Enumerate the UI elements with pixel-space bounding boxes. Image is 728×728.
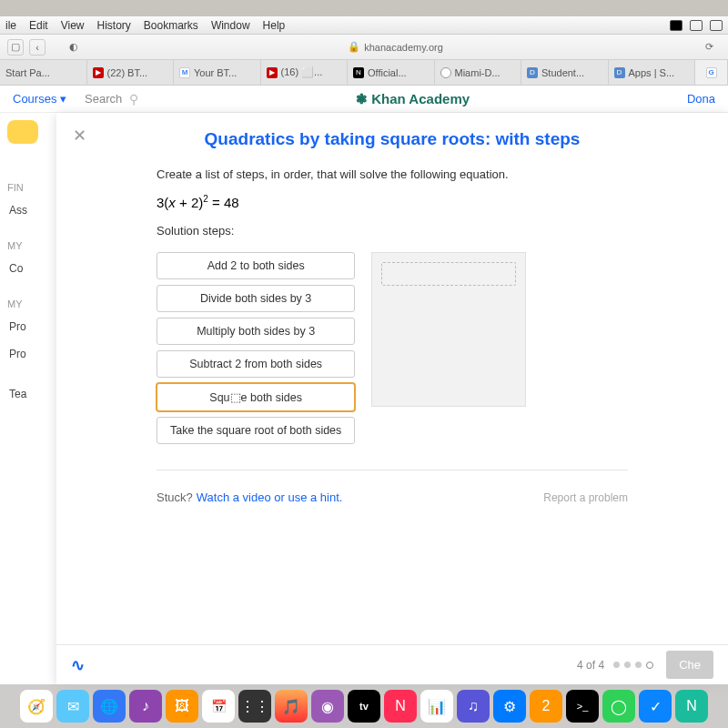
privacy-shield-icon[interactable]: ◐: [69, 41, 78, 53]
options-list: Add 2 to both sides Divide both sides by…: [157, 252, 355, 444]
url-bar[interactable]: 🔒 khanacademy.org: [86, 41, 705, 53]
youtube-icon: ▶: [267, 67, 278, 78]
menu-file[interactable]: ile: [5, 19, 16, 32]
sidebar-item[interactable]: Pro: [0, 313, 64, 340]
lock-icon: 🔒: [348, 41, 360, 53]
tab-extra[interactable]: G: [695, 60, 728, 85]
dock-icon[interactable]: ♫: [457, 690, 490, 723]
dock-icon[interactable]: >_: [566, 690, 599, 723]
menu-history[interactable]: History: [97, 19, 131, 32]
equation: 3(x + 2)2 = 48: [157, 194, 628, 211]
tab-1[interactable]: ▶(22) BT...: [87, 60, 175, 85]
browser-toolbar: ▢ ‹ ◐ 🔒 khanacademy.org ⟳: [0, 35, 728, 60]
status-icon-3[interactable]: [710, 20, 723, 31]
sidebar-item[interactable]: Ass: [0, 197, 64, 224]
exercise-title: Quadratics by taking square roots: with …: [56, 113, 728, 160]
status-icon-1[interactable]: [670, 20, 682, 31]
dock-icon[interactable]: ♪: [129, 690, 162, 723]
option-square[interactable]: Squ⬚e both sides: [157, 383, 355, 411]
dock-icon[interactable]: ◯: [602, 690, 635, 723]
search-icon[interactable]: ⚲: [129, 92, 138, 106]
dock-icon[interactable]: 🧭: [20, 690, 53, 723]
sidebar-label: MY: [0, 237, 64, 255]
menubar: ile Edit View History Bookmarks Window H…: [0, 16, 728, 35]
tab-0[interactable]: Start Pa...: [0, 60, 87, 85]
sidebar-item[interactable]: Co: [0, 255, 64, 282]
site-icon: [440, 67, 451, 78]
option-sqrt[interactable]: Take the square root of both sides: [157, 417, 355, 444]
site-icon: D: [527, 67, 538, 78]
instruction-text: Create a list of steps, in order, that w…: [157, 167, 628, 181]
gmail-icon: M: [179, 67, 190, 78]
tab-7[interactable]: DApps | S...: [609, 60, 696, 85]
dock: 🧭 ✉ 🌐 ♪ 🖼 📅 ⋮⋮ 🎵 ◉ tv N 📊 ♫ ⚙ 2 >_ ◯ ✓ N: [0, 684, 728, 728]
dock-icon[interactable]: 📅: [202, 690, 235, 723]
tab-3[interactable]: ▶(16) ⬜...: [261, 60, 349, 85]
donate-link[interactable]: Dona: [687, 92, 715, 106]
dock-icon[interactable]: ⋮⋮: [238, 690, 271, 723]
site-icon: D: [614, 67, 625, 78]
sidebar-toggle[interactable]: ▢: [7, 39, 24, 56]
dock-icon[interactable]: tv: [348, 690, 380, 723]
menu-view[interactable]: View: [61, 19, 85, 32]
khan-logo[interactable]: ❃ Khan Academy: [138, 91, 687, 107]
streak-icon[interactable]: ∿: [71, 655, 85, 675]
tab-2[interactable]: MYour BT...: [174, 60, 261, 85]
status-icon-2[interactable]: [690, 20, 703, 31]
dock-icon[interactable]: ✓: [639, 690, 672, 723]
site-icon: N: [353, 67, 364, 78]
close-icon[interactable]: ✕: [73, 126, 86, 146]
sidebar-item[interactable]: Pro: [0, 340, 64, 368]
sidebar-label: FIN: [0, 178, 64, 197]
dock-icon[interactable]: N: [675, 690, 708, 723]
option-add-2[interactable]: Add 2 to both sides: [157, 252, 355, 279]
url-text: khanacademy.org: [364, 42, 443, 53]
tab-bar: Start Pa... ▶(22) BT... MYour BT... ▶(16…: [0, 60, 728, 86]
menu-bookmarks[interactable]: Bookmarks: [144, 19, 198, 32]
dock-icon[interactable]: N: [384, 690, 417, 723]
drop-slot[interactable]: [381, 262, 516, 286]
option-subtract-2[interactable]: Subtract 2 from both sides: [157, 350, 355, 378]
courses-dropdown[interactable]: Courses ▾: [13, 92, 66, 106]
tab-4[interactable]: NOfficial...: [348, 60, 435, 85]
steps-label: Solution steps:: [157, 224, 628, 238]
dock-icon[interactable]: ⚙: [493, 690, 526, 723]
search-link[interactable]: Search: [85, 92, 122, 106]
progress-dots: [613, 662, 653, 669]
youtube-icon: ▶: [93, 67, 104, 78]
tab-5[interactable]: Miami-D...: [435, 60, 522, 85]
dock-icon[interactable]: ◉: [311, 690, 344, 723]
menu-window[interactable]: Window: [211, 19, 250, 32]
sidebar-label: MY: [0, 295, 64, 313]
modal-footer: ∿ 4 of 4 Che: [56, 644, 728, 684]
google-icon: G: [706, 67, 717, 78]
dock-icon[interactable]: 🎵: [275, 690, 308, 723]
report-link[interactable]: Report a problem: [543, 491, 628, 504]
hint-link[interactable]: Watch a video or use a hint.: [197, 490, 343, 504]
check-button[interactable]: Che: [666, 651, 713, 679]
dock-icon[interactable]: 🖼: [166, 690, 198, 723]
khan-header: Courses ▾ Search ⚲ ❃ Khan Academy Dona: [0, 86, 728, 113]
exercise-modal: ✕ Quadratics by taking square roots: wit…: [56, 113, 728, 684]
option-multiply-3[interactable]: Multiply both sides by 3: [157, 318, 355, 345]
pager-text: 4 of 4: [577, 659, 604, 672]
dock-icon[interactable]: 2: [530, 690, 562, 723]
menu-edit[interactable]: Edit: [29, 19, 48, 32]
dock-icon[interactable]: ✉: [56, 690, 89, 723]
stuck-label: Stuck?: [157, 490, 193, 504]
divider: [157, 470, 628, 470]
dock-icon[interactable]: 📊: [420, 690, 453, 723]
sidebar-item[interactable]: Tea: [0, 380, 64, 408]
option-divide-3[interactable]: Divide both sides by 3: [157, 285, 355, 312]
back-button[interactable]: ‹: [29, 39, 46, 56]
dock-icon[interactable]: 🌐: [93, 690, 126, 723]
drop-zone[interactable]: [371, 252, 526, 407]
sidebar: FIN Ass MY Co MY Pro Pro Tea: [0, 113, 64, 684]
menu-help[interactable]: Help: [263, 19, 286, 32]
avatar[interactable]: [7, 120, 38, 144]
reload-button[interactable]: ⟳: [705, 41, 713, 53]
tab-6[interactable]: DStudent...: [521, 60, 609, 85]
